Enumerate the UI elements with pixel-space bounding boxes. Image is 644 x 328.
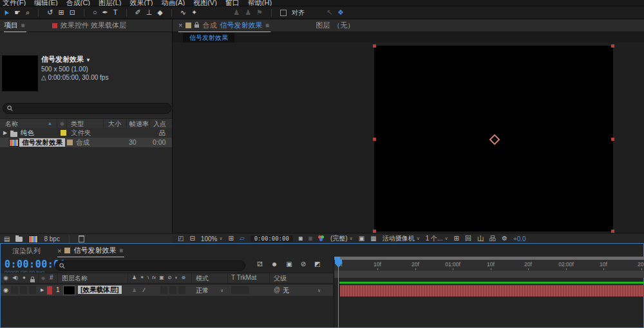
- menu-edit[interactable]: 编辑(E): [34, 0, 58, 6]
- lock-icon[interactable]: [30, 279, 35, 282]
- label-color-swatch[interactable]: [61, 130, 66, 136]
- eraser-tool-icon[interactable]: ◆: [157, 9, 162, 16]
- trash-icon[interactable]: [79, 235, 84, 242]
- zoom-tool-icon[interactable]: ⌕: [26, 9, 30, 16]
- col-mode[interactable]: 模式: [196, 274, 209, 283]
- label-column-icon[interactable]: ◆: [41, 275, 45, 281]
- menu-view[interactable]: 视图(V): [193, 0, 217, 6]
- comp-info-name[interactable]: 信号发射效果: [41, 55, 84, 63]
- audio-cell[interactable]: [11, 286, 18, 294]
- shape-tool-icon[interactable]: ○: [93, 9, 97, 16]
- tab-effect-controls[interactable]: 效果控件 效果载体层: [61, 21, 126, 30]
- col-parent[interactable]: 父级: [274, 274, 287, 283]
- time-ruler[interactable]: 0f 10f 20f 01:00f 10f 20f 02:00f 10f 20f: [334, 260, 644, 271]
- timeline-search-input[interactable]: [55, 260, 245, 271]
- close-icon[interactable]: ×: [57, 247, 61, 255]
- tab-layer[interactable]: 图层: [316, 21, 330, 30]
- frame-blending-icon[interactable]: ▣: [286, 261, 292, 268]
- sort-ascending-icon[interactable]: ▲: [48, 121, 52, 125]
- solo-cell[interactable]: [20, 286, 27, 294]
- menu-animation[interactable]: 动画(A): [162, 0, 185, 6]
- table-row-solids[interactable]: ▶ 纯色 文件夹 品: [0, 128, 172, 138]
- brush-tool-icon[interactable]: ✐: [135, 9, 141, 16]
- rotate-tool-icon[interactable]: ↺: [47, 9, 53, 16]
- tab-render-queue[interactable]: 渲染队列: [12, 246, 41, 256]
- snapshot-icon[interactable]: ◙: [299, 235, 303, 242]
- view-layout-dropdown[interactable]: 1 个...∨: [426, 234, 448, 243]
- layer-row[interactable]: ◉ ▶ 1 [效果载体层] ♟ ∕ 正常∨ @ 无∨: [1, 285, 333, 296]
- new-folder-icon[interactable]: [15, 237, 23, 242]
- roto-brush-tool-icon[interactable]: ∿: [180, 9, 186, 16]
- item-name[interactable]: 纯色: [21, 129, 34, 138]
- transparency-grid-icon[interactable]: ▦: [370, 235, 376, 242]
- layer-handle[interactable]: [373, 44, 376, 48]
- clone-stamp-tool-icon[interactable]: ⊥: [146, 9, 153, 16]
- col-index[interactable]: #: [50, 274, 53, 281]
- menu-window[interactable]: 窗口: [225, 0, 240, 6]
- table-row-comp[interactable]: 信号发射效果 合成 30 0:00: [0, 138, 172, 147]
- project-search-input[interactable]: [3, 103, 171, 114]
- col-type[interactable]: 类型: [71, 120, 84, 129]
- work-area-bar[interactable]: [334, 271, 644, 278]
- audio-icon[interactable]: ◀): [12, 275, 18, 280]
- pen-tool-icon[interactable]: ✒: [102, 9, 108, 16]
- eye-icon[interactable]: ◉: [3, 287, 8, 293]
- viewport[interactable]: [173, 42, 644, 233]
- breadcrumb[interactable]: 信号发射效果: [183, 33, 234, 43]
- flowchart-icon[interactable]: 品: [489, 235, 496, 242]
- fx-icon[interactable]: fx: [152, 275, 156, 280]
- col-trkmat[interactable]: T TrkMat: [231, 274, 256, 281]
- menu-help[interactable]: 帮助(H): [248, 0, 272, 6]
- panel-menu-icon[interactable]: ≡: [21, 22, 25, 29]
- puppet-pin-tool-icon[interactable]: ✦: [191, 9, 197, 16]
- layer-duration-bar[interactable]: [340, 285, 644, 296]
- draft-3d-icon[interactable]: ⚂: [257, 261, 263, 268]
- resolution-dropdown[interactable]: (完整)∨: [330, 234, 353, 243]
- layer-handle[interactable]: [611, 138, 614, 141]
- expand-arrow-icon[interactable]: ▶: [3, 130, 7, 136]
- menu-composition[interactable]: 合成(C): [66, 0, 90, 6]
- comp-thumbnail[interactable]: [2, 55, 38, 91]
- magnification-dropdown[interactable]: 100%∨: [201, 235, 223, 242]
- expand-arrow-icon[interactable]: ▶: [41, 287, 44, 293]
- threed-icon[interactable]: ⊕: [181, 275, 185, 280]
- col-name[interactable]: 名称: [5, 120, 18, 129]
- trkmat-cell[interactable]: [231, 286, 249, 294]
- parent-dropdown[interactable]: 无∨: [283, 286, 321, 295]
- adjustment-icon[interactable]: ◐: [175, 275, 178, 280]
- interpret-footage-icon[interactable]: ▤: [4, 236, 10, 242]
- layer-label-color[interactable]: [47, 286, 52, 295]
- hide-shy-layers-icon[interactable]: ☻: [271, 261, 278, 268]
- tab-project[interactable]: 项目 ≡: [4, 19, 26, 32]
- monitor-icon[interactable]: ⊟: [189, 235, 194, 242]
- menu-layer[interactable]: 图层(L): [99, 0, 121, 6]
- selection-tool-icon[interactable]: ➤: [3, 9, 9, 16]
- chevron-down-icon[interactable]: ▼: [86, 57, 91, 63]
- switch-cell[interactable]: [178, 286, 185, 294]
- lock-cell[interactable]: [29, 286, 36, 294]
- viewer-timecode[interactable]: 0:00:00:00: [251, 235, 293, 242]
- multi-view-icon[interactable]: ◰: [178, 235, 184, 242]
- pan-behind-tool-icon[interactable]: ⊡: [70, 9, 75, 16]
- motion-blur-icon[interactable]: ⊘: [301, 261, 306, 268]
- shy-icon[interactable]: ♟: [132, 275, 137, 280]
- region-icon[interactable]: ▣: [359, 235, 365, 242]
- menu-file[interactable]: 文件(F): [3, 0, 26, 6]
- tab-composition[interactable]: × 合成 信号发射效果 ≡: [178, 19, 270, 32]
- solo-icon[interactable]: ●: [23, 275, 26, 280]
- shy-toggle[interactable]: ♟: [132, 287, 137, 293]
- col-inpoint[interactable]: 入点: [153, 120, 166, 129]
- graph-editor-icon[interactable]: ◩: [314, 261, 320, 268]
- layer-handle[interactable]: [611, 44, 614, 48]
- item-name-selected[interactable]: 信号发射效果: [19, 138, 65, 147]
- exposure-value[interactable]: +0.0: [513, 235, 526, 242]
- hand-tool-icon[interactable]: ☛: [14, 9, 21, 16]
- motion-blur-icon[interactable]: ⊘: [167, 275, 172, 280]
- quality-icon[interactable]: \: [147, 275, 149, 280]
- frame-blend-icon[interactable]: ▣: [159, 275, 164, 280]
- tab-timeline-comp[interactable]: × 信号发射效果 ≡: [57, 244, 124, 257]
- blend-mode-dropdown[interactable]: 正常∨: [196, 286, 223, 295]
- text-tool-icon[interactable]: T: [113, 9, 118, 16]
- panel-menu-icon[interactable]: ≡: [119, 247, 123, 254]
- exposure-histogram-icon[interactable]: 山: [477, 235, 484, 242]
